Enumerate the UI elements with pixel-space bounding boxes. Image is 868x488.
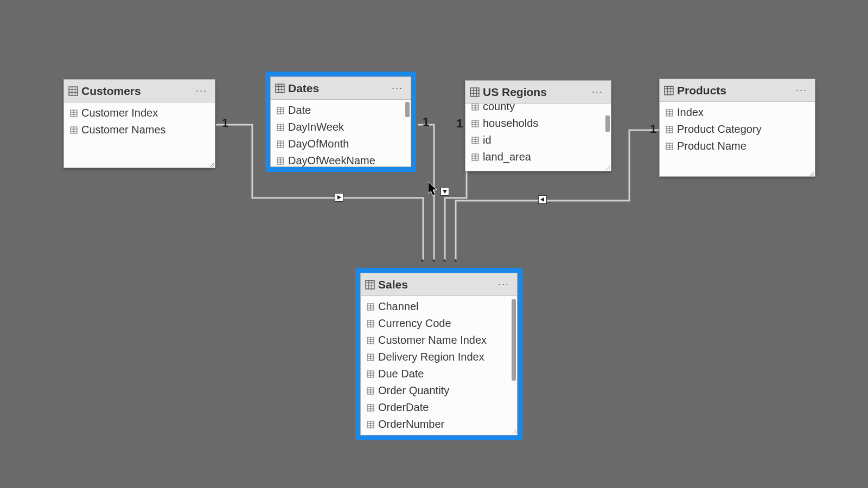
table-field[interactable]: households bbox=[465, 115, 611, 132]
table-sales[interactable]: Sales ··· Channel Currency Code Customer… bbox=[360, 273, 518, 435]
svg-marker-120 bbox=[428, 182, 437, 196]
table-field[interactable]: Product Category bbox=[660, 121, 815, 138]
resize-handle[interactable] bbox=[808, 169, 814, 176]
field-label: Delivery Region Index bbox=[378, 351, 484, 363]
column-icon bbox=[276, 157, 285, 165]
table-field[interactable]: Date bbox=[271, 102, 411, 119]
more-options-button[interactable]: ··· bbox=[794, 85, 809, 96]
table-title: Sales bbox=[378, 278, 496, 291]
table-usregions[interactable]: US Regions ··· county households id land… bbox=[465, 80, 611, 171]
more-options-button[interactable]: ··· bbox=[194, 85, 209, 97]
table-field[interactable]: Channel bbox=[361, 298, 517, 315]
more-options-button[interactable]: ··· bbox=[590, 86, 605, 98]
table-icon bbox=[470, 87, 480, 97]
svg-rect-18 bbox=[276, 84, 284, 93]
table-header[interactable]: Sales ··· bbox=[361, 273, 517, 296]
table-field[interactable]: DayInWeek bbox=[271, 119, 411, 136]
column-icon bbox=[471, 136, 480, 145]
cardinality-one-customers: 1 bbox=[222, 116, 228, 130]
table-body: Customer Index Customer Names bbox=[64, 102, 215, 140]
table-icon bbox=[68, 86, 78, 96]
cardinality-many-1: * bbox=[421, 258, 424, 266]
table-body: county households id land_area bbox=[465, 104, 611, 172]
table-body: Date DayInWeek DayOfMonth DayOfWeekName bbox=[271, 100, 411, 168]
svg-line-119 bbox=[514, 432, 516, 434]
more-options-button[interactable]: ··· bbox=[390, 82, 405, 94]
table-products[interactable]: Products ··· Index Product Category Prod… bbox=[659, 79, 815, 177]
column-icon bbox=[665, 142, 674, 151]
column-icon bbox=[366, 370, 375, 378]
scrollbar-thumb[interactable] bbox=[405, 102, 410, 117]
svg-line-60 bbox=[606, 166, 610, 170]
table-header[interactable]: Dates ··· bbox=[271, 77, 411, 100]
field-label: id bbox=[483, 134, 492, 146]
field-label: OrderDate bbox=[378, 401, 429, 414]
column-icon bbox=[276, 106, 285, 115]
svg-marker-0 bbox=[337, 195, 341, 200]
table-field[interactable]: land_area bbox=[465, 149, 611, 165]
resize-handle[interactable] bbox=[604, 164, 610, 170]
column-icon bbox=[366, 387, 375, 395]
table-field[interactable]: Due Date bbox=[361, 365, 517, 382]
column-icon bbox=[471, 104, 480, 111]
table-field[interactable]: Customer Name Index bbox=[361, 332, 517, 349]
field-label: Customer Index bbox=[81, 107, 158, 119]
cardinality-many-2: * bbox=[432, 258, 435, 266]
column-icon bbox=[665, 125, 674, 134]
more-options-button[interactable]: ··· bbox=[496, 279, 512, 290]
resize-handle[interactable] bbox=[208, 160, 214, 167]
column-icon bbox=[366, 319, 375, 328]
field-label: Index bbox=[677, 106, 704, 119]
column-icon bbox=[471, 153, 480, 162]
field-label: DayOfMonth bbox=[288, 138, 349, 150]
column-icon bbox=[366, 403, 375, 412]
table-header[interactable]: US Regions ··· bbox=[465, 81, 611, 104]
column-icon bbox=[366, 420, 375, 429]
field-label: Date bbox=[288, 104, 311, 117]
table-field[interactable]: Customer Index bbox=[64, 105, 215, 121]
table-field[interactable]: Delivery Region Index bbox=[361, 349, 517, 365]
table-header[interactable]: Products ··· bbox=[660, 79, 815, 102]
column-icon bbox=[366, 353, 375, 362]
table-field[interactable]: OrderNumber bbox=[361, 416, 517, 433]
table-field[interactable]: county bbox=[465, 104, 611, 115]
cardinality-one-products: 1 bbox=[650, 122, 656, 136]
field-label: OrderNumber bbox=[378, 418, 444, 431]
table-field[interactable]: Index bbox=[660, 104, 815, 121]
svg-line-80 bbox=[812, 174, 814, 176]
table-field[interactable]: DayOfMonth bbox=[271, 136, 411, 152]
table-title: Customers bbox=[81, 85, 194, 98]
table-customers[interactable]: Customers ··· Customer Index Customer Na… bbox=[63, 79, 215, 168]
scrollbar-thumb[interactable] bbox=[605, 115, 610, 132]
table-dates[interactable]: Dates ··· Date DayInWeek DayOfMonth DayO… bbox=[270, 76, 411, 167]
field-label: households bbox=[483, 117, 538, 130]
column-icon bbox=[366, 336, 375, 345]
table-field[interactable]: Currency Code bbox=[361, 315, 517, 332]
table-header[interactable]: Customers ··· bbox=[64, 80, 215, 102]
table-field[interactable]: OrderDate bbox=[361, 399, 517, 416]
mouse-cursor-icon bbox=[428, 182, 440, 197]
field-label: Due Date bbox=[378, 368, 424, 380]
svg-rect-81 bbox=[366, 280, 374, 289]
table-field[interactable]: Product Name bbox=[660, 138, 815, 155]
cardinality-many-3: * bbox=[443, 258, 446, 266]
field-label: Order Quantity bbox=[378, 384, 449, 397]
svg-line-17 bbox=[212, 165, 214, 167]
column-icon bbox=[471, 119, 480, 128]
table-field[interactable]: id bbox=[465, 132, 611, 149]
table-field[interactable]: Order Quantity bbox=[361, 382, 517, 399]
field-label: Product Name bbox=[677, 140, 746, 152]
table-field[interactable]: DayOfWeekName bbox=[271, 152, 411, 168]
svg-rect-3 bbox=[69, 87, 78, 95]
table-field[interactable]: Customer Names bbox=[64, 121, 215, 138]
field-label: Currency Code bbox=[378, 317, 451, 330]
svg-rect-39 bbox=[470, 88, 479, 97]
cardinality-many-4: * bbox=[454, 258, 457, 266]
field-label: Product Category bbox=[677, 123, 762, 136]
resize-handle[interactable] bbox=[510, 428, 516, 434]
table-title: Products bbox=[677, 84, 794, 97]
field-label: land_area bbox=[483, 151, 531, 163]
table-title: Dates bbox=[288, 82, 390, 95]
table-icon bbox=[275, 84, 285, 93]
scrollbar-thumb[interactable] bbox=[512, 299, 516, 381]
